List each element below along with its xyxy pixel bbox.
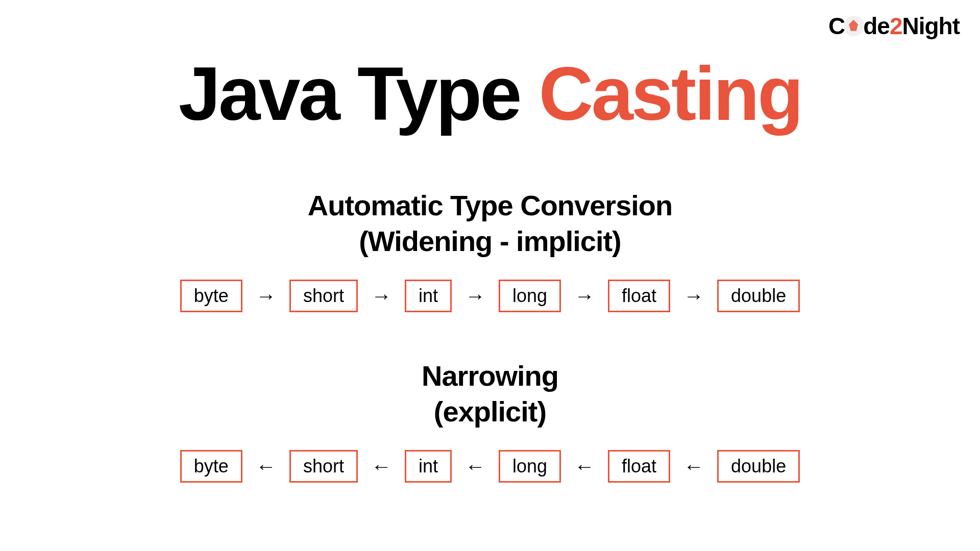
arrow-left-icon: ←	[683, 456, 704, 477]
widening-heading-line1: Automatic Type Conversion	[0, 188, 980, 223]
type-box: int	[405, 280, 452, 312]
type-box: long	[499, 280, 561, 312]
title-part1: Java Type	[179, 52, 539, 136]
type-box: short	[289, 280, 358, 312]
narrowing-flow: byte ← short ← int ← long ← float ← doub…	[0, 450, 980, 483]
type-box: int	[405, 450, 452, 483]
narrowing-section: Narrowing (explicit) byte ← short ← int …	[0, 358, 980, 483]
type-box: double	[717, 280, 800, 312]
type-box: float	[608, 280, 670, 312]
type-box: byte	[180, 280, 242, 312]
type-box: float	[608, 450, 670, 483]
narrowing-heading: Narrowing (explicit)	[0, 358, 980, 430]
logo-text-de: de	[863, 13, 890, 39]
logo-text-c: C	[828, 13, 845, 39]
arrow-right-icon: →	[371, 286, 391, 306]
type-box: long	[499, 450, 561, 483]
type-box: double	[717, 450, 800, 483]
arrow-left-icon: ←	[465, 456, 485, 477]
arrow-right-icon: →	[256, 286, 276, 306]
page-title: Java Type Casting	[0, 56, 980, 132]
narrowing-heading-line1: Narrowing	[0, 358, 980, 394]
type-box: byte	[180, 450, 242, 483]
logo-text-2: 2	[890, 13, 902, 39]
logo-icon	[844, 16, 864, 36]
type-box: short	[289, 450, 358, 483]
arrow-right-icon: →	[683, 286, 704, 306]
narrowing-heading-line2: (explicit)	[0, 394, 980, 430]
title-part2: Casting	[539, 52, 802, 136]
brand-logo: Cde2Night	[828, 12, 960, 40]
widening-heading: Automatic Type Conversion (Widening - im…	[0, 188, 980, 259]
widening-flow: byte → short → int → long → float → doub…	[0, 280, 980, 312]
arrow-left-icon: ←	[371, 456, 391, 477]
arrow-right-icon: →	[465, 286, 485, 306]
arrow-left-icon: ←	[256, 456, 276, 477]
widening-heading-line2: (Widening - implicit)	[0, 223, 980, 259]
arrow-right-icon: →	[574, 286, 595, 306]
arrow-left-icon: ←	[574, 456, 595, 477]
widening-section: Automatic Type Conversion (Widening - im…	[0, 188, 980, 312]
logo-text-night: Night	[902, 13, 960, 39]
